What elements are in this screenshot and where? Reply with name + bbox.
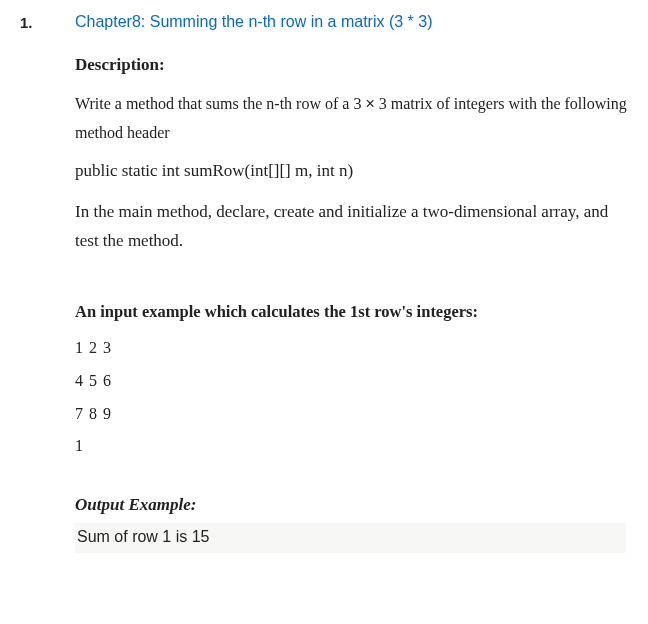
output-example-heading: Output Example: <box>75 495 628 515</box>
input-row: 1 2 3 <box>75 332 628 365</box>
spacer <box>75 463 628 495</box>
input-example-heading: An input example which calculates the 1s… <box>75 302 628 322</box>
question-number: 1. <box>20 12 75 31</box>
multiply-symbol: × <box>365 95 374 112</box>
question-block: 1. Chapter8: Summing the n-th row in a m… <box>0 0 648 583</box>
input-row: 4 5 6 <box>75 365 628 398</box>
output-example-line: Sum of row 1 is 15 <box>75 523 626 552</box>
description-heading: Description: <box>75 55 628 75</box>
question-title-link[interactable]: Chapter8: Summing the n-th row in a matr… <box>75 12 628 33</box>
description-paragraph-2: In the main method, declare, create and … <box>75 197 628 257</box>
method-signature: public static int sumRow(int[][] m, int … <box>75 156 628 187</box>
input-row: 1 <box>75 430 628 463</box>
input-row: 7 8 9 <box>75 398 628 431</box>
description-paragraph-1: Write a method that sums the n-th row of… <box>75 89 628 148</box>
desc1-a: Write a method that sums the n-th row of… <box>75 95 365 112</box>
question-body: Chapter8: Summing the n-th row in a matr… <box>75 12 628 553</box>
spacer <box>75 266 628 302</box>
